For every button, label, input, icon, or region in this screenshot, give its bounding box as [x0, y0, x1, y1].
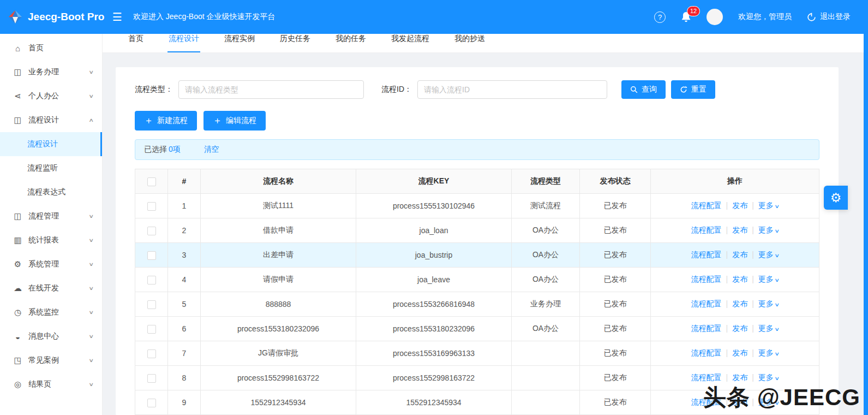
- process-id-label: 流程ID：: [381, 85, 412, 94]
- search-button[interactable]: 查询: [621, 80, 666, 99]
- action-divider: |: [726, 275, 728, 283]
- row-index: 6: [168, 317, 201, 341]
- menu-fold-icon[interactable]: ☰: [112, 11, 122, 22]
- filter-row: 流程类型： 流程ID： 查询: [135, 80, 819, 99]
- help-icon[interactable]: ?: [654, 11, 666, 23]
- clear-selection-link[interactable]: 清空: [204, 145, 219, 155]
- process-type: OA办公: [512, 218, 580, 243]
- page-tabs: 首页流程设计流程实例历史任务我的任务我发起流程我的抄送: [103, 34, 868, 53]
- tab-4[interactable]: 我的任务: [334, 34, 367, 52]
- row-action-0[interactable]: 流程配置: [691, 275, 722, 283]
- publish-status: 已发布: [580, 366, 651, 390]
- row-actions: 流程配置|发布|更多∨: [651, 243, 819, 268]
- row-action-0[interactable]: 流程配置: [691, 250, 722, 259]
- process-type: 测试流程: [512, 194, 580, 218]
- row-action-0[interactable]: 流程配置: [691, 324, 722, 333]
- cluster-icon: ◫: [13, 115, 22, 125]
- row-action-1[interactable]: 发布: [732, 324, 747, 333]
- sidebar-item-10[interactable]: ◳常见案例∨: [0, 348, 102, 372]
- sidebar-item-7[interactable]: ☁在线开发∨: [0, 276, 102, 300]
- logout-label: 退出登录: [820, 12, 851, 22]
- process-type-input[interactable]: [178, 80, 364, 99]
- new-process-button[interactable]: ＋ 新建流程: [135, 111, 197, 131]
- row-checkbox[interactable]: [147, 202, 156, 211]
- watermark-text: 头条 @JEECG: [703, 382, 860, 413]
- tab-5[interactable]: 我发起流程: [390, 34, 430, 52]
- row-action-2[interactable]: 更多: [758, 299, 774, 308]
- row-action-1[interactable]: 发布: [732, 373, 747, 382]
- action-divider: |: [726, 201, 728, 210]
- row-action-0[interactable]: 流程配置: [691, 373, 722, 382]
- sidebar-item-1[interactable]: ◫业务办理∨: [0, 60, 102, 84]
- chevron-down-icon: ∨: [89, 382, 94, 387]
- logout-button[interactable]: 退出登录: [807, 12, 851, 22]
- tab-0[interactable]: 首页: [127, 34, 145, 52]
- chevron-down-icon: ∨: [774, 351, 780, 357]
- row-action-2[interactable]: 更多: [758, 275, 774, 283]
- row-checkbox[interactable]: [147, 399, 156, 407]
- table-row: 3出差申请joa_bustripOA办公已发布流程配置|发布|更多∨: [135, 243, 819, 268]
- process-type: OA办公: [512, 317, 580, 341]
- select-all-checkbox[interactable]: [147, 177, 156, 186]
- row-action-0[interactable]: 流程配置: [691, 348, 722, 357]
- process-name: 888888: [201, 292, 356, 317]
- row-action-2[interactable]: 更多: [758, 324, 774, 333]
- row-action-0[interactable]: 流程配置: [691, 201, 722, 210]
- chevron-down-icon: ∨: [89, 286, 94, 291]
- sidebar-subitem-1[interactable]: 流程监听: [0, 156, 102, 180]
- settings-drawer-button[interactable]: ⚙: [824, 186, 848, 210]
- chevron-down-icon: ∨: [774, 376, 780, 381]
- row-action-2[interactable]: 更多: [758, 226, 774, 234]
- row-action-1[interactable]: 发布: [732, 299, 747, 308]
- process-key: 1552912345934: [356, 390, 512, 415]
- publish-status: 已发布: [580, 243, 651, 268]
- process-type: OA办公: [512, 243, 580, 268]
- sidebar-item-11[interactable]: ◎结果页∨: [0, 372, 102, 396]
- sidebar-item-3[interactable]: ◫流程设计∧: [0, 108, 102, 132]
- row-action-2[interactable]: 更多: [758, 201, 774, 210]
- sidebar-subitem-0[interactable]: 流程设计: [0, 132, 102, 156]
- tab-6[interactable]: 我的抄送: [453, 34, 486, 52]
- row-action-2[interactable]: 更多: [758, 348, 774, 357]
- header-actions: ? 12 欢迎您，管理员 退出登录: [654, 9, 868, 25]
- process-key: joa_leave: [356, 268, 512, 292]
- selection-prefix: 已选择: [144, 145, 167, 155]
- sidebar-item-4[interactable]: ◫流程管理∨: [0, 204, 102, 228]
- row-action-1[interactable]: 发布: [732, 201, 747, 210]
- sidebar-item-6[interactable]: ⚙系统管理∨: [0, 252, 102, 276]
- row-action-1[interactable]: 发布: [732, 250, 747, 259]
- row-action-1[interactable]: 发布: [732, 226, 747, 234]
- row-checkbox[interactable]: [147, 349, 156, 358]
- tab-2[interactable]: 流程实例: [223, 34, 256, 52]
- sidebar-item-9[interactable]: ◒消息中心∨: [0, 324, 102, 348]
- sidebar-item-0[interactable]: ⌂首页: [0, 36, 102, 60]
- reset-button[interactable]: 重置: [671, 80, 715, 99]
- row-checkbox[interactable]: [147, 227, 156, 235]
- notifications-button[interactable]: 12: [681, 11, 691, 23]
- row-actions: 流程配置|发布|更多∨: [651, 194, 819, 218]
- scrollbar-rail[interactable]: [864, 34, 868, 415]
- column-header-5: 操作: [651, 169, 819, 194]
- tab-1[interactable]: 流程设计: [167, 34, 200, 52]
- row-checkbox[interactable]: [147, 374, 156, 383]
- row-action-1[interactable]: 发布: [732, 348, 747, 357]
- row-action-0[interactable]: 流程配置: [691, 226, 722, 234]
- edit-process-button[interactable]: ＋ 编辑流程: [203, 111, 266, 131]
- row-action-2[interactable]: 更多: [758, 373, 774, 382]
- row-checkbox[interactable]: [147, 300, 156, 309]
- avatar[interactable]: [707, 9, 723, 25]
- row-checkbox[interactable]: [147, 251, 156, 260]
- sidebar-item-2[interactable]: ⋖个人办公∨: [0, 84, 102, 108]
- sidebar-item-5[interactable]: ▥统计报表∨: [0, 228, 102, 252]
- row-action-1[interactable]: 发布: [732, 275, 747, 283]
- row-action-2[interactable]: 更多: [758, 250, 774, 259]
- sidebar-subitem-2[interactable]: 流程表达式: [0, 180, 102, 204]
- tab-3[interactable]: 历史任务: [279, 34, 312, 52]
- row-checkbox[interactable]: [147, 325, 156, 334]
- sidebar-item-8[interactable]: ◷系统监控∨: [0, 300, 102, 324]
- row-checkbox[interactable]: [147, 276, 156, 284]
- row-action-0[interactable]: 流程配置: [691, 299, 722, 308]
- process-design-card: 流程类型： 流程ID： 查询: [116, 67, 839, 415]
- process-id-input[interactable]: [417, 80, 607, 99]
- app-logo[interactable]: Jeecg-Boot Pro: [0, 9, 105, 25]
